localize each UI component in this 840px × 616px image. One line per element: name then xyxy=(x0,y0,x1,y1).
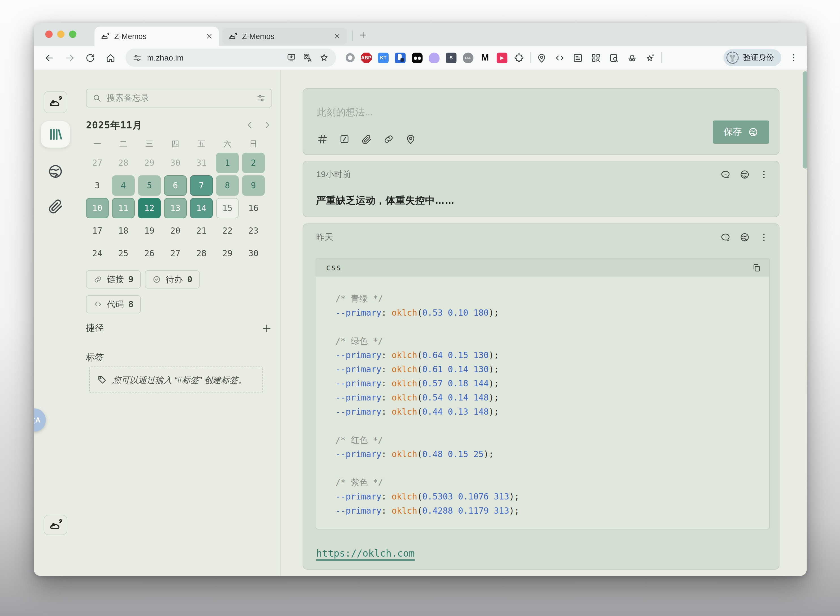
comment-icon[interactable] xyxy=(720,169,731,180)
calendar-day[interactable]: 8 xyxy=(216,175,239,196)
tab-close-icon[interactable] xyxy=(333,32,341,40)
copy-code-button[interactable] xyxy=(752,263,761,272)
paperclip-icon[interactable] xyxy=(361,133,372,145)
card-lock-extension[interactable] xyxy=(395,52,406,63)
nav-memos-active[interactable] xyxy=(40,121,70,148)
save-button[interactable]: 保存 xyxy=(713,120,769,144)
stat-chip-代码[interactable]: 代码8 xyxy=(86,295,141,313)
profile-button[interactable]: 验证身份 xyxy=(723,49,781,66)
extensions-puzzle-icon[interactable] xyxy=(514,52,524,63)
stat-chip-待办[interactable]: 待办0 xyxy=(145,270,200,289)
add-shortcut-button[interactable] xyxy=(261,323,272,334)
star-sparkle-icon[interactable] xyxy=(645,52,655,63)
new-tab-button[interactable] xyxy=(359,28,373,43)
nav-resources[interactable] xyxy=(47,197,64,214)
link-icon[interactable] xyxy=(383,133,394,145)
calendar-day[interactable]: 6 xyxy=(164,175,187,196)
calendar-day[interactable]: 10 xyxy=(86,198,108,219)
video-extension[interactable]: ▶ xyxy=(497,52,507,63)
nav-explore[interactable] xyxy=(47,163,64,180)
stat-chip-链接[interactable]: 链接9 xyxy=(86,270,141,289)
minimize-window-button[interactable] xyxy=(57,31,65,38)
ghost-extension[interactable] xyxy=(429,52,440,63)
s-extension[interactable]: S xyxy=(446,52,456,63)
calendar-day[interactable]: 28 xyxy=(190,243,213,264)
calendar-day[interactable]: 12 xyxy=(138,198,161,219)
memo-editor-card[interactable]: 此刻的想法... 保存 xyxy=(303,88,780,155)
calendar-day[interactable]: 27 xyxy=(164,243,187,264)
calendar-day[interactable]: 5 xyxy=(138,175,161,196)
memo-link[interactable]: https://oklch.com xyxy=(316,547,415,559)
calendar-day[interactable]: 18 xyxy=(112,221,135,241)
site-settings-icon[interactable] xyxy=(132,53,142,63)
address-bar[interactable]: m.zhao.im xyxy=(126,48,336,67)
bookmark-star-icon[interactable] xyxy=(319,53,329,63)
calendar-day[interactable]: 7 xyxy=(190,175,213,196)
m-extension[interactable]: M xyxy=(480,52,490,63)
calendar-day[interactable]: 19 xyxy=(138,221,161,241)
adblock-plus-extension[interactable]: ABP xyxy=(361,52,372,63)
calendar-day[interactable]: 4 xyxy=(112,175,135,196)
back-button[interactable] xyxy=(42,50,57,65)
location-pin-icon[interactable] xyxy=(405,133,416,145)
zoom-window-button[interactable] xyxy=(69,31,76,38)
calendar-prev-icon[interactable] xyxy=(245,120,255,130)
calendar-day[interactable]: 21 xyxy=(190,221,213,241)
task-icon[interactable] xyxy=(339,133,350,145)
orb-extension[interactable] xyxy=(346,53,355,62)
calendar-day[interactable]: 23 xyxy=(242,221,265,241)
calendar-day[interactable]: 14 xyxy=(190,198,213,219)
calendar-day[interactable]: 25 xyxy=(112,243,135,264)
bottom-mouse-button[interactable] xyxy=(43,515,67,535)
location-pin-icon[interactable] xyxy=(536,52,547,63)
reading-list-icon[interactable] xyxy=(572,52,583,63)
calendar-day[interactable]: 30 xyxy=(164,153,187,173)
install-app-icon[interactable] xyxy=(286,53,296,63)
home-button[interactable] xyxy=(103,50,118,65)
tab-z-memos-inactive[interactable]: Z-Memos xyxy=(222,28,347,45)
calendar-day[interactable]: 24 xyxy=(86,243,108,264)
translate-icon[interactable] xyxy=(303,53,313,63)
calendar-day[interactable]: 15 xyxy=(216,198,239,219)
calendar-day[interactable]: 20 xyxy=(164,221,187,241)
tab-z-memos-active[interactable]: Z-Memos xyxy=(94,26,219,46)
close-window-button[interactable] xyxy=(45,31,53,38)
visibility-globe-icon[interactable] xyxy=(739,169,750,180)
calendar-day[interactable]: 11 xyxy=(112,198,135,219)
kt-extension[interactable]: KT xyxy=(378,52,388,63)
scrollbar-thumb[interactable] xyxy=(803,71,806,169)
incognito-icon[interactable] xyxy=(627,52,638,63)
memo-more-button[interactable] xyxy=(759,232,769,243)
calendar-day[interactable]: 29 xyxy=(216,243,239,264)
qr-code-icon[interactable] xyxy=(591,52,601,63)
calendar-day[interactable]: 2 xyxy=(242,153,265,173)
calendar-day[interactable]: 30 xyxy=(242,243,265,264)
calendar-day[interactable]: 28 xyxy=(112,153,135,173)
search-input[interactable]: 搜索备忘录 xyxy=(86,89,272,107)
line-extension[interactable]: LINE xyxy=(463,52,474,63)
calendar-day[interactable]: 13 xyxy=(164,198,187,219)
calendar-next-icon[interactable] xyxy=(262,120,272,130)
page-search-icon[interactable] xyxy=(608,52,619,63)
calendar-day[interactable]: 1 xyxy=(216,153,239,173)
calendar-day[interactable]: 22 xyxy=(216,221,239,241)
app-logo[interactable] xyxy=(43,91,67,113)
calendar-day[interactable]: 16 xyxy=(242,198,265,219)
reload-button[interactable] xyxy=(83,50,97,65)
forward-button[interactable] xyxy=(62,50,77,65)
calendar-day[interactable]: 29 xyxy=(138,153,161,173)
calendar-day[interactable]: 17 xyxy=(86,221,108,241)
calendar-day[interactable]: 26 xyxy=(138,243,161,264)
search-filter-icon[interactable] xyxy=(256,93,266,103)
hash-icon[interactable] xyxy=(317,133,328,145)
tab-close-icon[interactable] xyxy=(205,32,213,40)
memo-more-button[interactable] xyxy=(759,169,769,180)
calendar-day[interactable]: 9 xyxy=(242,175,265,196)
calendar-day[interactable]: 27 xyxy=(86,153,108,173)
browser-menu-button[interactable] xyxy=(789,53,799,63)
code-icon[interactable] xyxy=(554,52,565,63)
calendar-day[interactable]: 3 xyxy=(86,175,108,196)
visibility-globe-icon[interactable] xyxy=(739,232,750,243)
calendar-day[interactable]: 31 xyxy=(190,153,213,173)
comment-icon[interactable] xyxy=(720,232,731,243)
